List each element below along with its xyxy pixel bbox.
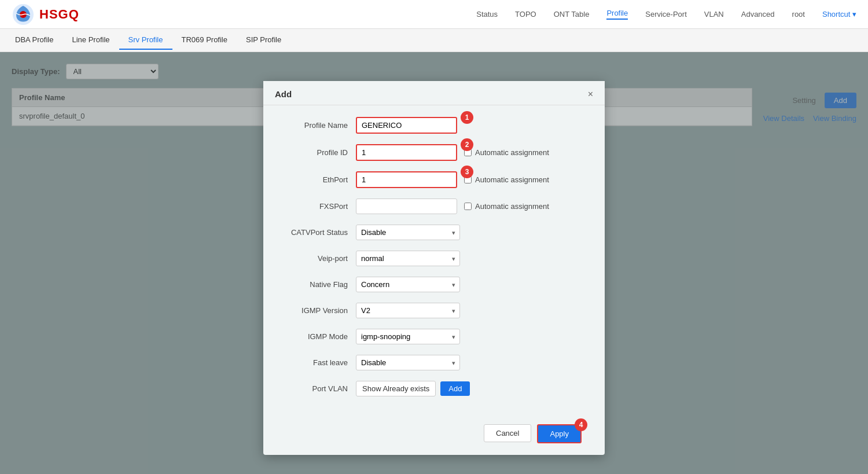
igmp-mode-label: IGMP Mode bbox=[286, 332, 356, 341]
modal-body: Profile Name 1 Profile ID 2 Automatic as… bbox=[263, 105, 605, 418]
tab-dba-profile[interactable]: DBA Profile bbox=[6, 31, 62, 50]
native-flag-row: Native Flag Concern Other bbox=[286, 277, 582, 292]
igmp-version-label: IGMP Version bbox=[286, 306, 356, 315]
fast-leave-row: Fast leave Disable Enable bbox=[286, 355, 582, 370]
igmp-version-select-wrapper: V2 V3 bbox=[356, 303, 460, 318]
nav-ont-table[interactable]: ONT Table bbox=[554, 10, 590, 19]
nav-service-port[interactable]: Service-Port bbox=[645, 10, 687, 19]
step-2-badge: 2 bbox=[461, 138, 473, 151]
modal-close-button[interactable]: × bbox=[588, 90, 593, 99]
port-vlan-row: Port VLAN Show Already exists Add bbox=[286, 381, 582, 396]
tab-line-profile[interactable]: Line Profile bbox=[62, 31, 119, 50]
profile-name-input[interactable] bbox=[356, 117, 457, 134]
veip-port-select-wrapper: normal active bbox=[356, 251, 460, 266]
nav-advanced[interactable]: Advanced bbox=[741, 10, 775, 19]
sub-tabs: DBA Profile Line Profile Srv Profile TR0… bbox=[0, 29, 868, 52]
tab-sip-profile[interactable]: SIP Profile bbox=[237, 31, 290, 50]
tab-tr069-profile[interactable]: TR069 Profile bbox=[172, 31, 237, 50]
profile-id-input[interactable] bbox=[356, 144, 457, 161]
port-vlan-add-button[interactable]: Add bbox=[440, 381, 470, 396]
veip-port-label: Veip-port bbox=[286, 254, 356, 263]
step-3-badge: 3 bbox=[461, 166, 473, 178]
native-flag-select[interactable]: Concern Other bbox=[356, 277, 460, 292]
profile-id-row: Profile ID 2 Automatic assignment bbox=[286, 144, 582, 161]
catv-port-select-wrapper: Disable Enable bbox=[356, 225, 460, 240]
modal-footer: Cancel Apply 4 bbox=[263, 418, 605, 443]
port-vlan-controls: Show Already exists Add bbox=[356, 381, 470, 396]
profile-id-label: Profile ID bbox=[286, 148, 356, 157]
nav-shortcut[interactable]: Shortcut ▾ bbox=[822, 10, 856, 19]
modal-title: Add bbox=[275, 89, 292, 99]
show-already-exists-button[interactable]: Show Already exists bbox=[356, 381, 436, 396]
content-area: Display Type: All Profile Name Pro... sr… bbox=[0, 52, 868, 474]
fxs-port-row: FXSPort Automatic assignment bbox=[286, 199, 582, 214]
native-flag-select-wrapper: Concern Other bbox=[356, 277, 460, 292]
fast-leave-label: Fast leave bbox=[286, 358, 356, 367]
eth-port-label: EthPort bbox=[286, 175, 356, 184]
nav-vlan[interactable]: VLAN bbox=[704, 10, 724, 19]
cancel-button[interactable]: Cancel bbox=[484, 424, 531, 442]
igmp-version-row: IGMP Version V2 V3 bbox=[286, 303, 582, 318]
fxs-port-label: FXSPort bbox=[286, 202, 356, 211]
igmp-mode-select[interactable]: igmp-snooping igmp-proxy bbox=[356, 329, 460, 344]
fast-leave-select-wrapper: Disable Enable bbox=[356, 355, 460, 370]
eth-port-auto-assign: Automatic assignment bbox=[464, 175, 549, 184]
nav-status[interactable]: Status bbox=[476, 10, 498, 19]
step-1-badge: 1 bbox=[461, 111, 473, 124]
igmp-version-select[interactable]: V2 V3 bbox=[356, 303, 460, 318]
fxs-port-auto-assign: Automatic assignment bbox=[464, 202, 549, 211]
profile-id-auto-label: Automatic assignment bbox=[475, 148, 549, 157]
fast-leave-select[interactable]: Disable Enable bbox=[356, 355, 460, 370]
logo-text: HSGQ bbox=[39, 7, 79, 22]
fxs-port-auto-checkbox[interactable] bbox=[464, 203, 472, 210]
logo-icon bbox=[12, 3, 35, 26]
port-vlan-label: Port VLAN bbox=[286, 384, 356, 393]
profile-id-auto-assign: Automatic assignment bbox=[464, 148, 549, 157]
step-4-badge: 4 bbox=[575, 418, 587, 431]
eth-port-auto-label: Automatic assignment bbox=[475, 175, 549, 184]
igmp-mode-row: IGMP Mode igmp-snooping igmp-proxy bbox=[286, 329, 582, 344]
modal-header: Add × bbox=[263, 81, 605, 105]
catv-port-label: CATVPort Status bbox=[286, 228, 356, 237]
veip-port-row: Veip-port normal active bbox=[286, 251, 582, 266]
catv-port-row: CATVPort Status Disable Enable bbox=[286, 225, 582, 240]
fxs-port-input[interactable] bbox=[356, 199, 457, 214]
nav-links: Status TOPO ONT Table Profile Service-Po… bbox=[476, 9, 856, 20]
fxs-port-auto-label: Automatic assignment bbox=[475, 202, 549, 211]
logo-area: HSGQ bbox=[12, 3, 79, 26]
top-navigation: HSGQ Status TOPO ONT Table Profile Servi… bbox=[0, 0, 868, 29]
tab-srv-profile[interactable]: Srv Profile bbox=[119, 31, 172, 50]
igmp-mode-select-wrapper: igmp-snooping igmp-proxy bbox=[356, 329, 460, 344]
nav-topo[interactable]: TOPO bbox=[515, 10, 536, 19]
profile-name-label: Profile Name bbox=[286, 121, 356, 130]
eth-port-input[interactable] bbox=[356, 171, 457, 188]
add-modal: Add × Profile Name 1 Profile ID 2 bbox=[263, 81, 605, 455]
veip-port-select[interactable]: normal active bbox=[356, 251, 460, 266]
eth-port-row: EthPort 3 Automatic assignment bbox=[286, 171, 582, 188]
profile-name-row: Profile Name 1 bbox=[286, 117, 582, 134]
catv-port-select[interactable]: Disable Enable bbox=[356, 225, 460, 240]
nav-root[interactable]: root bbox=[792, 10, 805, 19]
native-flag-label: Native Flag bbox=[286, 280, 356, 289]
nav-profile[interactable]: Profile bbox=[606, 9, 628, 20]
